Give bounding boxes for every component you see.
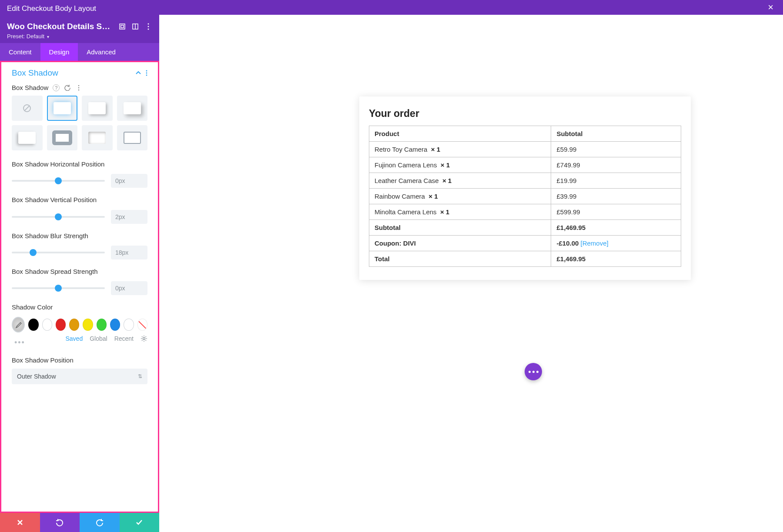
svg-point-11: [78, 87, 80, 88]
tab-design[interactable]: Design: [40, 43, 78, 61]
color-tab-global[interactable]: Global: [90, 335, 107, 342]
section-title[interactable]: Box Shadow: [12, 68, 58, 78]
panel-footer: [0, 513, 159, 532]
swatch-black[interactable]: [28, 319, 38, 331]
svg-point-15: [143, 338, 145, 340]
columns-icon[interactable]: [131, 23, 139, 30]
svg-point-4: [148, 23, 149, 25]
shadow-position-select[interactable]: Outer Shadow ⇅: [12, 369, 147, 384]
svg-rect-1: [121, 25, 124, 28]
table-row: Rainbow Camera × 1£39.99: [369, 189, 681, 204]
eyedropper-icon[interactable]: [12, 317, 25, 332]
chevron-down-icon: ▾: [47, 34, 49, 39]
slider-hpos[interactable]: [12, 180, 105, 182]
coupon-label: Coupon: DIVI: [369, 236, 551, 251]
slider-label-blur: Box Shadow Blur Strength: [12, 232, 147, 240]
shadow-preset-4[interactable]: [12, 125, 43, 150]
shadow-position-label: Box Shadow Position: [12, 356, 147, 365]
subtotal-label: Subtotal: [369, 220, 551, 236]
svg-point-6: [148, 29, 149, 30]
swatch-yellow[interactable]: [83, 319, 93, 331]
preview-canvas: Your order Product Subtotal Retro Toy Ca…: [159, 0, 783, 532]
svg-rect-0: [120, 24, 125, 29]
svg-point-8: [146, 73, 147, 74]
tab-content[interactable]: Content: [0, 43, 40, 61]
kebab-icon[interactable]: [146, 70, 147, 76]
table-row: Leather Camera Case × 1£19.99: [369, 173, 681, 189]
slider-label-spread: Box Shadow Spread Strength: [12, 267, 147, 276]
shadow-preset-3[interactable]: [117, 96, 148, 121]
swatch-orange[interactable]: [69, 319, 79, 331]
color-swatches: [12, 317, 147, 332]
kebab-icon[interactable]: [75, 84, 82, 91]
module-title: Woo Checkout Details Setti...: [7, 22, 113, 31]
svg-point-12: [78, 89, 80, 90]
slider-blur[interactable]: [12, 252, 105, 253]
select-caret-icon: ⇅: [138, 373, 142, 379]
svg-point-9: [146, 75, 147, 76]
tab-advanced[interactable]: Advanced: [78, 43, 124, 61]
svg-point-5: [148, 26, 149, 27]
col-subtotal: Subtotal: [551, 126, 681, 142]
redo-button[interactable]: [80, 513, 120, 532]
gear-icon[interactable]: [141, 335, 147, 342]
col-product: Product: [369, 126, 551, 142]
swatch-white[interactable]: [42, 319, 52, 331]
color-tab-recent[interactable]: Recent: [114, 335, 134, 342]
slider-label-vpos: Box Shadow Vertical Position: [12, 196, 147, 204]
shadow-preset-2[interactable]: [82, 96, 113, 121]
chevron-up-icon[interactable]: [135, 70, 141, 76]
order-heading: Your order: [369, 108, 681, 120]
table-row: Minolta Camera Lens × 1£599.99: [369, 204, 681, 220]
save-button[interactable]: [120, 513, 160, 532]
more-icon[interactable]: •••: [12, 336, 28, 349]
shadow-preset-6[interactable]: [82, 125, 113, 150]
swatch-green[interactable]: [97, 319, 107, 331]
swatch-blue[interactable]: [110, 319, 120, 331]
shadow-preset-1[interactable]: [47, 96, 78, 121]
preset-selector[interactable]: Preset: Default ▾: [7, 33, 152, 40]
fab-more-button[interactable]: [525, 363, 542, 380]
panel-scroll[interactable]: Box Shadow Box Shadow ?: [0, 61, 159, 513]
table-row: Fujinon Camera Lens × 1£749.99: [369, 157, 681, 173]
kebab-icon[interactable]: [144, 23, 152, 30]
shadow-preset-none[interactable]: [12, 96, 43, 121]
close-icon[interactable]: ×: [765, 2, 776, 13]
slider-spread[interactable]: [12, 287, 105, 289]
help-icon[interactable]: ?: [53, 84, 60, 91]
order-table: Product Subtotal Retro Toy Camera × 1£59…: [369, 126, 681, 267]
slider-vpos[interactable]: [12, 216, 105, 218]
undo-button[interactable]: [40, 513, 80, 532]
total-value: £1,469.95: [551, 251, 681, 267]
table-row: Retro Toy Camera × 1£59.99: [369, 142, 681, 157]
shadow-preset-7[interactable]: [117, 125, 148, 150]
expand-icon[interactable]: [118, 23, 126, 30]
swatch-white-2[interactable]: [124, 319, 134, 331]
shadow-preset-5[interactable]: [47, 125, 78, 150]
panel-title: Edit Checkout Body Layout: [7, 4, 152, 13]
coupon-remove-link[interactable]: [Remove]: [581, 239, 609, 247]
slider-blur-value[interactable]: 18px: [111, 246, 147, 259]
swatch-transparent[interactable]: [137, 319, 147, 331]
shadow-color-label: Shadow Color: [12, 303, 147, 312]
slider-spread-value[interactable]: 0px: [111, 281, 147, 295]
slider-vpos-value[interactable]: 2px: [111, 210, 147, 224]
svg-point-10: [78, 85, 80, 86]
total-label: Total: [369, 251, 551, 267]
box-shadow-label: Box Shadow: [12, 84, 48, 91]
slider-label-hpos: Box Shadow Horizontal Position: [12, 160, 147, 169]
color-tab-saved[interactable]: Saved: [65, 335, 83, 342]
reset-icon[interactable]: [64, 84, 71, 91]
slider-hpos-value[interactable]: 0px: [111, 174, 147, 188]
coupon-cell: -£10.00 [Remove]: [551, 236, 681, 251]
settings-tabs: Content Design Advanced: [0, 43, 159, 61]
shadow-preset-grid: [12, 96, 147, 150]
subtotal-value: £1,469.95: [551, 220, 681, 236]
cancel-button[interactable]: [0, 513, 40, 532]
svg-point-7: [146, 70, 147, 72]
order-card: Your order Product Subtotal Retro Toy Ca…: [359, 96, 691, 280]
swatch-red[interactable]: [56, 319, 66, 331]
svg-line-14: [24, 106, 30, 111]
settings-panel: Edit Checkout Body Layout Woo Checkout D…: [0, 0, 159, 532]
